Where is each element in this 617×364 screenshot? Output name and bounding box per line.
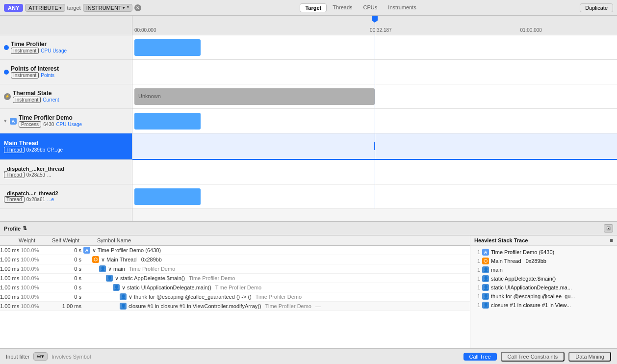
track-content-time-profiler <box>132 35 617 60</box>
panel-toggle-button[interactable]: ⊡ <box>604 224 613 233</box>
profile-title: Profile ⇅ <box>4 225 27 232</box>
sym-gray-5: Time Profiler Demo <box>215 285 261 290</box>
badge-instrument-2: Instrument <box>11 72 39 78</box>
nav-tabs: Target Threads CPUs Instruments <box>300 3 421 12</box>
thread-label-2: ...e <box>47 197 54 202</box>
tab-instruments[interactable]: Instruments <box>383 3 421 12</box>
h-text-5: static UIApplicationDelegate.ma... <box>491 285 572 290</box>
cursor-line-3 <box>375 84 375 108</box>
cell-self-7: 1.00 ms <box>39 303 83 309</box>
any-filter-button[interactable]: ANY <box>4 4 23 12</box>
instrument-chevron-icon: ▾ <box>123 5 125 10</box>
cell-self-5: 0 s <box>39 285 83 290</box>
cell-weight-7: 1.00 ms 100.0% <box>0 303 39 309</box>
duplicate-button[interactable]: Duplicate <box>580 3 613 12</box>
cell-self-6: 0 s <box>39 294 83 300</box>
expand-icon[interactable]: ▾ <box>4 118 7 124</box>
filter-value: * <box>127 5 129 11</box>
bar-dispatch2 <box>134 188 201 205</box>
heaviest-stack-panel: Heaviest Stack Trace ≡ 1 A Time Profiler… <box>470 235 617 348</box>
tab-data-mining[interactable]: Data Mining <box>568 352 611 362</box>
thermal-label-unknown: Unknown <box>138 93 161 99</box>
attribute-filter-pill[interactable]: ATTRIBUTE ▾ <box>25 4 65 12</box>
cell-weight-2: 1.00 ms 100.0% <box>0 257 39 262</box>
table-row: 1.00 ms 100.0% 0 s 👤 ∨ static AppDelegat… <box>0 274 470 283</box>
col-header-weight: Weight <box>0 236 39 244</box>
heaviest-row: 1 👤 main <box>470 265 617 274</box>
heaviest-header: Heaviest Stack Trace ≡ <box>470 235 617 246</box>
heaviest-sort-icon[interactable]: ≡ <box>610 237 613 243</box>
filter-close-button[interactable]: ✕ <box>134 4 141 11</box>
thread-ellipsis-1: ... <box>47 172 51 178</box>
sym-gray-7: Time Profiler Demo <box>265 303 311 309</box>
filter-connector-label: target <box>67 5 81 11</box>
cursor-line-1 <box>375 35 375 59</box>
cell-weight-4: 1.00 ms 100.0% <box>0 275 39 281</box>
cell-sym-5: 👤 ∨ static UIApplicationDelegate.main() … <box>83 284 470 291</box>
heaviest-row: 1 ⬡ Main Thread 0x289bb <box>470 257 617 265</box>
tab-call-tree[interactable]: Call Tree <box>463 353 497 361</box>
tracks-scroll: Unknown <box>132 35 617 221</box>
col-header-self-weight: Self Weight <box>39 236 83 244</box>
thread-icon-1: ⬡ <box>92 256 99 263</box>
table-row: 1.00 ms 100.0% 0 s 👤 ∨ static UIApplicat… <box>0 283 470 292</box>
heaviest-title: Heaviest Stack Trace <box>474 237 528 243</box>
column-headers: Weight Self Weight Symbol Name <box>0 235 470 246</box>
track-row-points: Points of Interest Instrument Points <box>0 60 132 84</box>
h-num-3: 1 <box>474 267 480 273</box>
attribute-label: ATTRIBUTE <box>28 5 58 11</box>
sym-gray-4: Time Profiler Demo <box>189 275 235 281</box>
ruler-label-32: 00:32.187 <box>370 27 392 33</box>
track-content-thermal: Unknown <box>132 84 617 109</box>
track-row-thermal: ⚡ Thermal State Instrument Current <box>0 84 132 109</box>
thread-addr-1: 0x28a5d <box>26 172 45 178</box>
cell-weight-5: 1.00 ms 100.0% <box>0 285 39 290</box>
heaviest-row: 1 👤 closure #1 in closure #1 in View... <box>470 301 617 310</box>
person-icon-1: 👤 <box>99 265 106 272</box>
person-icon-2: 👤 <box>106 275 113 282</box>
track-title-dispatch1: _dispatch_...ker_thread <box>4 166 128 172</box>
sym-gray-6: Time Profiler Demo <box>256 294 302 300</box>
sym-text-7: closure #1 in closure #1 in ViewControll… <box>129 303 261 309</box>
sym-text-5: ∨ static UIApplicationDelegate.main() <box>122 285 211 291</box>
tab-target[interactable]: Target <box>300 3 327 12</box>
cursor-line-5 <box>375 133 375 159</box>
cursor-line-4 <box>375 109 375 133</box>
cell-sym-2: ⬡ ∨ Main Thread 0x289bb <box>83 256 470 263</box>
badge-thread-1: Thread <box>4 172 25 178</box>
profile-title-text: Profile <box>4 226 21 232</box>
h-app-icon-1: A <box>482 249 489 256</box>
tab-call-tree-constraints[interactable]: Call Tree Constraints <box>501 352 565 362</box>
bar-demo <box>134 113 201 130</box>
table-row: 1.00 ms 100.0% 0 s ⬡ ∨ Main Thread 0x289… <box>0 255 470 264</box>
ruler-label-0: 00:00.000 <box>134 27 156 33</box>
tab-threads[interactable]: Threads <box>328 3 357 12</box>
tab-cpus[interactable]: CPUs <box>359 3 383 12</box>
instrument-filter-pill[interactable]: INSTRUMENT ▾ * <box>83 4 132 12</box>
dot-blue-icon-2 <box>4 70 9 75</box>
h-text-7: closure #1 in closure #1 in View... <box>491 302 571 308</box>
badge-thread-2: Thread <box>4 196 25 203</box>
track-content-dispatch1 <box>132 160 617 184</box>
h-thread-icon-1: ⬡ <box>482 258 489 264</box>
track-label-current: Current <box>43 97 59 103</box>
person-icon-4: 👤 <box>120 293 127 300</box>
profile-header: Profile ⇅ ⊡ <box>0 222 617 235</box>
track-title-points: Points of Interest <box>11 65 128 72</box>
cursor-line-6 <box>375 160 375 184</box>
sym-text-3: ∨ main <box>108 266 125 272</box>
h-num-7: 1 <box>474 302 480 308</box>
badge-instrument-3: Instrument <box>13 97 41 103</box>
main-container: Time Profiler Instrument CPU Usage Point… <box>0 16 617 364</box>
cell-sym-7: 👤 closure #1 in closure #1 in ViewContro… <box>83 303 470 310</box>
filter-dropdown[interactable]: ⊕▾ <box>33 352 48 361</box>
thread-label-main: CP...ge <box>47 147 63 153</box>
process-pid: 6430 <box>43 122 54 127</box>
track-title-thermal: Thermal State <box>13 90 128 97</box>
profile-sort-icon[interactable]: ⇅ <box>23 225 27 232</box>
cell-self-1: 0 s <box>39 247 83 253</box>
cell-self-4: 0 s <box>39 275 83 281</box>
h-person-icon-1: 👤 <box>482 266 489 273</box>
h-person-icon-3: 👤 <box>482 284 489 291</box>
cell-sym-1: A ∨ Time Profiler Demo (6430) <box>83 247 470 254</box>
